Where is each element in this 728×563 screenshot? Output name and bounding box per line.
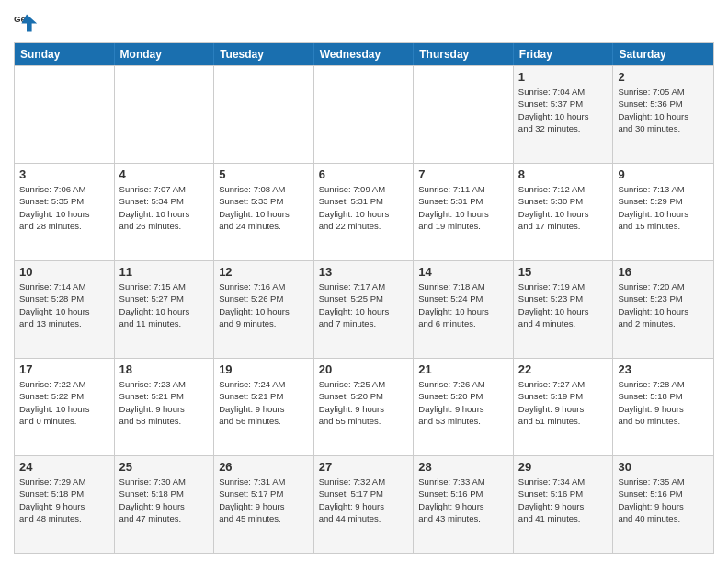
day-number: 6 xyxy=(319,167,409,181)
day-number: 11 xyxy=(119,265,210,279)
weekday-header: Thursday xyxy=(414,43,514,65)
day-number: 22 xyxy=(518,362,609,376)
day-number: 18 xyxy=(119,362,210,376)
day-number: 19 xyxy=(219,362,309,376)
calendar-cell: 12Sunrise: 7:16 AMSunset: 5:26 PMDayligh… xyxy=(214,261,314,358)
calendar-cell: 8Sunrise: 7:12 AMSunset: 5:30 PMDaylight… xyxy=(514,164,614,260)
day-number: 7 xyxy=(418,167,508,181)
calendar-cell xyxy=(314,66,415,163)
logo: Gen xyxy=(14,9,43,35)
day-info: Sunrise: 7:16 AMSunset: 5:26 PMDaylight:… xyxy=(219,281,309,329)
weekday-header: Sunday xyxy=(15,43,115,65)
calendar-cell: 1Sunrise: 7:04 AMSunset: 5:37 PMDaylight… xyxy=(514,66,614,163)
weekday-header: Saturday xyxy=(613,43,713,65)
calendar-cell: 6Sunrise: 7:09 AMSunset: 5:31 PMDaylight… xyxy=(314,164,415,260)
day-info: Sunrise: 7:04 AMSunset: 5:37 PMDaylight:… xyxy=(518,86,609,134)
calendar-header: SundayMondayTuesdayWednesdayThursdayFrid… xyxy=(15,43,713,65)
day-info: Sunrise: 7:22 AMSunset: 5:22 PMDaylight:… xyxy=(19,378,109,427)
calendar-cell: 23Sunrise: 7:28 AMSunset: 5:18 PMDayligh… xyxy=(613,359,713,455)
day-info: Sunrise: 7:32 AMSunset: 5:17 PMDaylight:… xyxy=(319,476,409,524)
logo-icon: Gen xyxy=(14,9,40,35)
day-info: Sunrise: 7:20 AMSunset: 5:23 PMDaylight:… xyxy=(618,281,709,329)
calendar-week: 10Sunrise: 7:14 AMSunset: 5:28 PMDayligh… xyxy=(15,260,713,358)
calendar-cell xyxy=(15,66,115,163)
day-number: 5 xyxy=(219,167,309,181)
day-info: Sunrise: 7:15 AMSunset: 5:27 PMDaylight:… xyxy=(119,281,210,329)
calendar-cell: 18Sunrise: 7:23 AMSunset: 5:21 PMDayligh… xyxy=(115,359,215,455)
day-info: Sunrise: 7:34 AMSunset: 5:16 PMDaylight:… xyxy=(518,476,609,524)
calendar-cell: 24Sunrise: 7:29 AMSunset: 5:18 PMDayligh… xyxy=(15,456,115,553)
calendar-cell: 17Sunrise: 7:22 AMSunset: 5:22 PMDayligh… xyxy=(15,359,115,455)
calendar-cell: 26Sunrise: 7:31 AMSunset: 5:17 PMDayligh… xyxy=(214,456,314,553)
calendar-cell: 2Sunrise: 7:05 AMSunset: 5:36 PMDaylight… xyxy=(613,66,713,163)
weekday-header: Monday xyxy=(115,43,215,65)
day-info: Sunrise: 7:17 AMSunset: 5:25 PMDaylight:… xyxy=(319,281,409,329)
calendar-cell: 5Sunrise: 7:08 AMSunset: 5:33 PMDaylight… xyxy=(214,164,314,260)
day-info: Sunrise: 7:31 AMSunset: 5:17 PMDaylight:… xyxy=(219,476,309,524)
calendar-cell: 16Sunrise: 7:20 AMSunset: 5:23 PMDayligh… xyxy=(613,261,713,358)
calendar-week: 17Sunrise: 7:22 AMSunset: 5:22 PMDayligh… xyxy=(15,358,713,455)
calendar-cell: 10Sunrise: 7:14 AMSunset: 5:28 PMDayligh… xyxy=(15,261,115,358)
day-info: Sunrise: 7:29 AMSunset: 5:18 PMDaylight:… xyxy=(19,476,109,524)
day-number: 24 xyxy=(19,460,109,474)
day-number: 30 xyxy=(618,460,709,474)
calendar-cell: 27Sunrise: 7:32 AMSunset: 5:17 PMDayligh… xyxy=(314,456,415,553)
day-number: 1 xyxy=(518,70,609,84)
day-number: 12 xyxy=(219,265,309,279)
weekday-header: Friday xyxy=(514,43,614,65)
weekday-header: Wednesday xyxy=(314,43,415,65)
calendar-cell: 29Sunrise: 7:34 AMSunset: 5:16 PMDayligh… xyxy=(514,456,614,553)
day-number: 8 xyxy=(518,167,609,181)
day-info: Sunrise: 7:08 AMSunset: 5:33 PMDaylight:… xyxy=(219,183,309,232)
day-info: Sunrise: 7:07 AMSunset: 5:34 PMDaylight:… xyxy=(119,183,210,232)
day-number: 15 xyxy=(518,265,609,279)
day-info: Sunrise: 7:18 AMSunset: 5:24 PMDaylight:… xyxy=(418,281,508,329)
day-number: 10 xyxy=(19,265,109,279)
calendar-cell: 13Sunrise: 7:17 AMSunset: 5:25 PMDayligh… xyxy=(314,261,415,358)
day-number: 28 xyxy=(418,460,508,474)
day-info: Sunrise: 7:06 AMSunset: 5:35 PMDaylight:… xyxy=(19,183,109,232)
day-number: 3 xyxy=(19,167,109,181)
day-number: 23 xyxy=(618,362,709,376)
day-info: Sunrise: 7:05 AMSunset: 5:36 PMDaylight:… xyxy=(618,86,709,134)
calendar-cell: 19Sunrise: 7:24 AMSunset: 5:21 PMDayligh… xyxy=(214,359,314,455)
day-info: Sunrise: 7:19 AMSunset: 5:23 PMDaylight:… xyxy=(518,281,609,329)
calendar-cell xyxy=(214,66,314,163)
day-info: Sunrise: 7:28 AMSunset: 5:18 PMDaylight:… xyxy=(618,378,709,427)
day-number: 14 xyxy=(418,265,508,279)
day-number: 2 xyxy=(618,70,709,84)
calendar-cell: 15Sunrise: 7:19 AMSunset: 5:23 PMDayligh… xyxy=(514,261,614,358)
weekday-header: Tuesday xyxy=(214,43,314,65)
day-number: 17 xyxy=(19,362,109,376)
calendar-cell xyxy=(414,66,514,163)
calendar-cell: 21Sunrise: 7:26 AMSunset: 5:20 PMDayligh… xyxy=(414,359,514,455)
calendar-cell: 3Sunrise: 7:06 AMSunset: 5:35 PMDaylight… xyxy=(15,164,115,260)
day-info: Sunrise: 7:24 AMSunset: 5:21 PMDaylight:… xyxy=(219,378,309,427)
calendar-cell: 20Sunrise: 7:25 AMSunset: 5:20 PMDayligh… xyxy=(314,359,415,455)
day-info: Sunrise: 7:23 AMSunset: 5:21 PMDaylight:… xyxy=(119,378,210,427)
calendar-week: 1Sunrise: 7:04 AMSunset: 5:37 PMDaylight… xyxy=(15,65,713,163)
day-number: 9 xyxy=(618,167,709,181)
day-info: Sunrise: 7:35 AMSunset: 5:16 PMDaylight:… xyxy=(618,476,709,524)
page: Gen SundayMondayTuesdayWednesdayThursday… xyxy=(0,0,728,563)
day-info: Sunrise: 7:27 AMSunset: 5:19 PMDaylight:… xyxy=(518,378,609,427)
calendar-cell: 4Sunrise: 7:07 AMSunset: 5:34 PMDaylight… xyxy=(115,164,215,260)
calendar-cell: 28Sunrise: 7:33 AMSunset: 5:16 PMDayligh… xyxy=(414,456,514,553)
calendar-cell: 7Sunrise: 7:11 AMSunset: 5:31 PMDaylight… xyxy=(414,164,514,260)
day-number: 26 xyxy=(219,460,309,474)
calendar-cell: 22Sunrise: 7:27 AMSunset: 5:19 PMDayligh… xyxy=(514,359,614,455)
day-number: 16 xyxy=(618,265,709,279)
day-info: Sunrise: 7:25 AMSunset: 5:20 PMDaylight:… xyxy=(319,378,409,427)
calendar-cell: 25Sunrise: 7:30 AMSunset: 5:18 PMDayligh… xyxy=(115,456,215,553)
day-info: Sunrise: 7:13 AMSunset: 5:29 PMDaylight:… xyxy=(618,183,709,232)
calendar-cell: 9Sunrise: 7:13 AMSunset: 5:29 PMDaylight… xyxy=(613,164,713,260)
header: Gen xyxy=(14,9,714,35)
day-number: 4 xyxy=(119,167,210,181)
day-number: 21 xyxy=(418,362,508,376)
calendar-cell: 30Sunrise: 7:35 AMSunset: 5:16 PMDayligh… xyxy=(613,456,713,553)
calendar: SundayMondayTuesdayWednesdayThursdayFrid… xyxy=(14,42,714,554)
day-number: 20 xyxy=(319,362,409,376)
day-info: Sunrise: 7:26 AMSunset: 5:20 PMDaylight:… xyxy=(418,378,508,427)
calendar-cell: 14Sunrise: 7:18 AMSunset: 5:24 PMDayligh… xyxy=(414,261,514,358)
calendar-week: 3Sunrise: 7:06 AMSunset: 5:35 PMDaylight… xyxy=(15,163,713,260)
